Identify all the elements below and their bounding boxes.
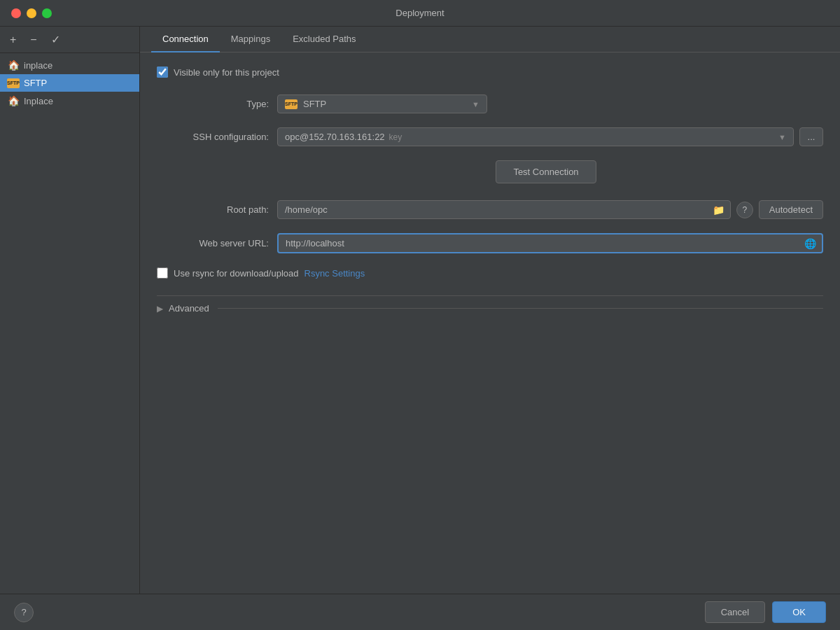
house-icon: 🏠 xyxy=(7,59,20,71)
sftp-icon: SFTP xyxy=(7,78,20,88)
web-url-control: 🌐 xyxy=(277,233,823,253)
window-controls[interactable] xyxy=(11,8,52,18)
advanced-arrow-icon: ▶ xyxy=(157,304,163,314)
bottom-bar: ? Cancel OK xyxy=(0,594,840,630)
sidebar-item-label: inplace xyxy=(24,60,52,71)
sidebar-item-inplace2[interactable]: 🏠 Inplace xyxy=(0,92,139,110)
tabs-bar: Connection Mappings Excluded Paths xyxy=(140,27,840,52)
tab-connection[interactable]: Connection xyxy=(151,27,220,52)
bottom-right: Cancel OK xyxy=(705,601,826,623)
tab-excluded-paths[interactable]: Excluded Paths xyxy=(281,27,367,52)
type-dropdown[interactable]: SFTP SFTP ▼ xyxy=(277,94,487,113)
visible-project-checkbox[interactable] xyxy=(157,66,168,78)
rsync-row: Use rsync for download/upload Rsync Sett… xyxy=(157,267,823,279)
url-input-wrapper: 🌐 xyxy=(277,233,823,253)
minimize-button[interactable] xyxy=(27,8,36,18)
ssh-ellipsis-button[interactable]: ... xyxy=(799,127,823,146)
root-path-label: Root path: xyxy=(157,204,269,215)
test-connection-button[interactable]: Test Connection xyxy=(496,160,596,183)
help-button[interactable]: ? xyxy=(14,603,34,622)
ssh-row: opc@152.70.163.161:22 key ▼ ... xyxy=(277,127,823,146)
sidebar: + − ✓ 🏠 inplace SFTP SFTP 🏠 Inplace xyxy=(0,27,140,594)
bottom-left: ? xyxy=(14,603,34,622)
sidebar-item-label: Inplace xyxy=(24,96,53,106)
maximize-button[interactable] xyxy=(42,8,52,18)
main-layout: + − ✓ 🏠 inplace SFTP SFTP 🏠 Inplace Conn… xyxy=(0,27,840,594)
autodetect-button[interactable]: Autodetect xyxy=(759,200,823,219)
sftp-dropdown-icon: SFTP xyxy=(285,99,298,109)
ssh-dropdown-arrow-icon: ▼ xyxy=(778,133,786,141)
folder-icon: 📁 xyxy=(707,204,730,216)
rsync-settings-link[interactable]: Rsync Settings xyxy=(304,268,365,279)
ok-button[interactable]: OK xyxy=(772,601,826,623)
close-button[interactable] xyxy=(11,8,21,18)
ssh-label: SSH configuration: xyxy=(157,132,269,142)
web-url-field-row: Web server URL: 🌐 xyxy=(157,233,823,253)
root-path-input-wrapper: 📁 xyxy=(277,200,731,219)
visible-project-row: Visible only for this project xyxy=(157,66,823,78)
web-url-label: Web server URL: xyxy=(157,238,269,248)
house-icon: 🏠 xyxy=(7,95,20,106)
title-bar: Deployment xyxy=(0,0,840,27)
advanced-section[interactable]: ▶ Advanced xyxy=(157,295,823,321)
type-value: SFTP xyxy=(303,99,326,109)
dropdown-arrow-icon: ▼ xyxy=(472,100,479,108)
ssh-dropdown[interactable]: opc@152.70.163.161:22 key ▼ xyxy=(277,127,794,146)
type-label: Type: xyxy=(157,99,269,109)
remove-server-button[interactable]: − xyxy=(27,33,39,47)
sidebar-item-label: SFTP xyxy=(24,78,47,88)
ssh-value: opc@152.70.163.161:22 xyxy=(285,132,385,142)
test-connection-row: Test Connection xyxy=(269,160,823,183)
window-title: Deployment xyxy=(396,8,444,18)
rsync-label: Use rsync for download/upload xyxy=(174,268,299,279)
ssh-control: opc@152.70.163.161:22 key ▼ ... xyxy=(277,127,823,146)
type-field-row: Type: SFTP SFTP ▼ xyxy=(157,94,823,113)
sidebar-item-sftp[interactable]: SFTP SFTP xyxy=(0,74,139,92)
visible-project-label: Visible only for this project xyxy=(174,67,279,78)
cancel-button[interactable]: Cancel xyxy=(705,601,765,623)
root-path-inner: 📁 ? Autodetect xyxy=(277,200,823,219)
advanced-divider xyxy=(218,308,823,309)
sidebar-toolbar: + − ✓ xyxy=(0,27,139,53)
globe-icon: 🌐 xyxy=(799,238,822,249)
tab-mappings[interactable]: Mappings xyxy=(220,27,281,52)
root-path-input[interactable] xyxy=(278,201,707,218)
ssh-key-badge: key xyxy=(389,132,402,142)
web-url-input[interactable] xyxy=(279,234,799,252)
content-area: Connection Mappings Excluded Paths Visib… xyxy=(140,27,840,594)
root-path-help-button[interactable]: ? xyxy=(736,202,753,218)
sidebar-item-inplace1[interactable]: 🏠 inplace xyxy=(0,56,139,74)
advanced-label: Advanced xyxy=(169,303,209,314)
root-path-field-row: Root path: 📁 ? Autodetect xyxy=(157,200,823,219)
rsync-checkbox[interactable] xyxy=(157,267,168,279)
add-server-button[interactable]: + xyxy=(7,33,19,47)
sidebar-items: 🏠 inplace SFTP SFTP 🏠 Inplace xyxy=(0,53,139,594)
ssh-field-row: SSH configuration: opc@152.70.163.161:22… xyxy=(157,127,823,146)
confirm-button[interactable]: ✓ xyxy=(48,33,63,47)
type-control: SFTP SFTP ▼ xyxy=(277,94,823,113)
form-area: Visible only for this project Type: SFTP… xyxy=(140,52,840,594)
root-path-control: 📁 ? Autodetect xyxy=(277,200,823,219)
